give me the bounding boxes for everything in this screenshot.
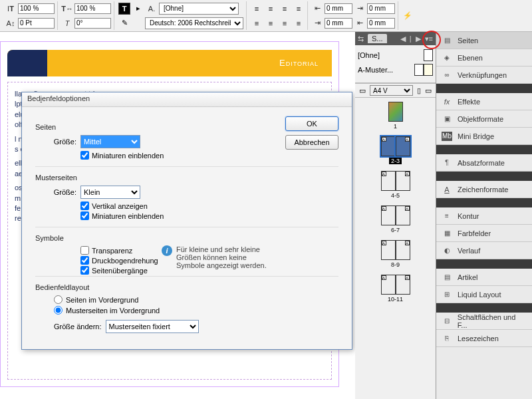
links-icon: ∞ [442, 70, 452, 80]
gradient-icon: ◐ [442, 246, 452, 255]
panel-character-styles[interactable]: AZeichenformate [436, 181, 532, 198]
lightning-icon[interactable]: ⚡ [402, 11, 413, 21]
panel-gradient[interactable]: ◐Verlauf [436, 242, 532, 259]
justify-last-center-icon[interactable]: ≡ [265, 17, 277, 29]
size-label: Größe: [43, 138, 76, 146]
justify-last-right-icon[interactable]: ≡ [279, 17, 291, 29]
masters-list: [Ohne] A-Muster... [355, 45, 436, 83]
panel-pages[interactable]: ▤Seiten [436, 32, 532, 49]
eyedropper-icon[interactable]: ✎ [118, 17, 130, 29]
resize-select[interactable]: Musterseiten fixiert [106, 320, 199, 333]
panel-swatches[interactable]: ▦Farbfelder [436, 225, 532, 242]
fx-icon: fx [442, 97, 452, 106]
panel-bookmarks[interactable]: ⎘Lesezeichen [436, 330, 532, 347]
panel-stroke[interactable]: ≡Kontur [436, 207, 532, 225]
page-header-accent [7, 50, 47, 76]
char-styles-icon: A [442, 185, 452, 194]
thumb-spread-2-3[interactable]: AA 2-3 [381, 136, 410, 164]
last-line-input[interactable] [367, 18, 395, 29]
align-justify-icon[interactable]: ≡ [293, 3, 305, 15]
panel-nav-prev-icon[interactable]: ◀ [400, 35, 406, 43]
baseline-shift-icon: A↕ [5, 18, 16, 29]
skew-icon: T [62, 18, 72, 29]
page-size-select[interactable]: A4 V [370, 85, 413, 96]
master-a-row[interactable]: A-Muster... [358, 64, 433, 76]
orientation-portrait-icon[interactable]: ▯ [417, 86, 421, 95]
panel-menu-icon[interactable]: ▾≡ [425, 35, 433, 43]
first-line-input[interactable] [367, 3, 395, 14]
master-none-row[interactable]: [Ohne] [358, 49, 433, 61]
ok-button[interactable]: OK [285, 116, 338, 131]
char-fill-icon[interactable]: T [118, 3, 130, 15]
masters-foreground-radio[interactable]: Musterseiten im Vordergrund [54, 306, 338, 315]
thumb-spread-6-7[interactable]: AA 6-7 [381, 205, 410, 233]
section-panel-layout: Bedienfeldlayout [35, 283, 338, 291]
show-thumbnails-checkbox[interactable]: Miniaturen einblenden [80, 151, 338, 160]
section-symbols: Symbole [35, 234, 338, 242]
panel-links[interactable]: ∞Verknüpfungen [436, 66, 532, 84]
paragraph-styles-icon: ¶ [442, 158, 452, 168]
panel-mini-bridge[interactable]: MbMini Bridge [436, 128, 532, 145]
last-line-indent-icon: ⇤ [354, 18, 365, 29]
indent-right-input[interactable] [325, 18, 352, 29]
align-center-icon[interactable]: ≡ [265, 3, 277, 15]
pages-panel: ⇆ S... ◀ | ▶ ▾≡ [Ohne] A-Muster... ▭ A4 … [355, 32, 436, 399]
masters-size-select[interactable]: Klein [80, 186, 140, 199]
pages-icon: ▤ [442, 36, 452, 45]
panel-layers[interactable]: ◈Ebenen [436, 49, 532, 66]
buttons-icon: ⊟ [442, 317, 452, 326]
thumb-spread-4-5[interactable]: AA 4-5 [381, 171, 410, 199]
size-label: Größe: [43, 188, 76, 196]
orientation-landscape-icon[interactable]: ▭ [425, 86, 432, 95]
panel-articles[interactable]: ▤Artikel [436, 269, 532, 286]
horizontal-scale-input[interactable] [74, 3, 111, 14]
language-select[interactable]: Deutsch: 2006 Rechtschreib [145, 17, 243, 29]
char-style-label-icon: A. [146, 3, 157, 14]
object-styles-icon: ▣ [442, 114, 452, 124]
pages-size-select[interactable]: Mittel [80, 135, 140, 148]
info-icon: i [162, 245, 172, 256]
align-right-icon[interactable]: ≡ [279, 3, 291, 15]
page-thumbnails[interactable]: 1 AA 2-3 AA 4-5 AA 6-7 AA 8-9 AA 10-11 [355, 98, 436, 399]
pages-foreground-radio[interactable]: Seiten im Vordergrund [54, 295, 338, 304]
master-icon [424, 49, 433, 61]
baseline-shift-input[interactable] [18, 18, 55, 29]
small-triangle-icon[interactable]: ▸ [132, 3, 144, 15]
justify-last-left-icon[interactable]: ≡ [251, 17, 263, 29]
cancel-button[interactable]: Abbrechen [285, 135, 338, 150]
thumb-page-1[interactable]: 1 [388, 102, 403, 130]
liquid-layout-icon: ⊞ [442, 290, 452, 299]
justify-all-icon[interactable]: ≡ [293, 17, 305, 29]
indent-left-icon: ⇤ [312, 3, 323, 14]
page-size-row: ▭ A4 V ▯ ▭ [355, 83, 436, 98]
char-style-select[interactable]: [Ohne] [159, 3, 239, 15]
panel-paragraph-styles[interactable]: ¶Absatzformate [436, 154, 532, 172]
layers-icon: ◈ [442, 53, 452, 63]
bookmarks-icon: ⎘ [442, 334, 452, 343]
vertical-scale-input[interactable] [18, 3, 55, 14]
editorial-heading: Editorial [279, 58, 319, 68]
thumb-spread-8-9[interactable]: AA 8-9 [381, 240, 410, 268]
vertical-scale-icon: IT [5, 3, 16, 14]
panel-effects[interactable]: fxEffekte [436, 93, 532, 110]
horizontal-scale-icon: T↔ [62, 3, 72, 14]
section-masters: Musterseiten [35, 174, 338, 182]
mini-bridge-icon: Mb [442, 132, 452, 141]
indent-left-input[interactable] [325, 3, 352, 14]
first-line-indent-icon: ⇥ [354, 3, 365, 14]
right-dock: ⇆ S... ◀ | ▶ ▾≡ [Ohne] A-Muster... ▭ A4 … [355, 32, 532, 399]
collapse-icon[interactable]: ⇆ [358, 35, 364, 43]
panel-options-dialog: Bedienfeldoptionen OK Abbrechen Seiten G… [21, 92, 352, 350]
panel-object-styles[interactable]: ▣Objektformate [436, 110, 532, 128]
pages-tab[interactable]: S... [368, 34, 387, 43]
panel-nav-next-icon[interactable]: ▶ [416, 35, 421, 43]
panel-liquid-layout[interactable]: ⊞Liquid Layout [436, 286, 532, 303]
skew-input[interactable] [74, 18, 111, 29]
align-left-icon[interactable]: ≡ [251, 3, 263, 15]
thumb-spread-10-11[interactable]: AA 10-11 [381, 275, 410, 303]
show-thumbnails2-checkbox[interactable]: Miniaturen einblenden [80, 211, 338, 220]
panel-buttons-forms[interactable]: ⊟Schaltflächen und F... [436, 313, 532, 330]
show-vertical-checkbox[interactable]: Vertikal anzeigen [80, 201, 338, 210]
swatches-icon: ▦ [442, 229, 452, 238]
articles-icon: ▤ [442, 273, 452, 282]
